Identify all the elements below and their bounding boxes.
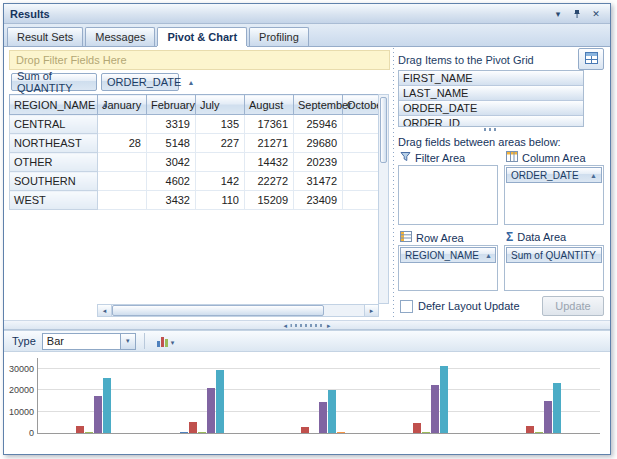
pivot-cell: 3042 xyxy=(147,153,196,172)
pin-icon[interactable] xyxy=(569,7,585,21)
bar-february-other xyxy=(301,427,309,433)
window-menu-icon[interactable]: ▾ xyxy=(550,7,566,21)
row-field-label: REGION_NAME xyxy=(14,99,95,111)
splitter-grip[interactable]: ◂ ▸ xyxy=(283,322,330,329)
pivot-cell: 3432 xyxy=(147,191,196,210)
pivot-cell xyxy=(343,134,380,153)
pivot-cell: 22272 xyxy=(245,172,294,191)
chart-type-select[interactable]: Bar ▾ xyxy=(42,333,136,350)
bar-july-southern xyxy=(422,432,430,433)
data-field-label: Sum of QUANTITY xyxy=(17,70,91,94)
pivot-cell xyxy=(343,191,380,210)
column-area-field-order-date[interactable]: ORDER_DATE ▲ xyxy=(506,167,602,183)
pivot-row-central: CENTRAL 3319 135 17361 25946 xyxy=(10,115,380,134)
pivot-cell xyxy=(196,153,245,172)
data-area-label: Data Area xyxy=(517,231,566,243)
pivot-cell: 25946 xyxy=(294,115,343,134)
pivot-column-header-february[interactable]: February xyxy=(147,95,196,115)
scroll-left-icon[interactable]: ◂ xyxy=(98,305,112,316)
y-tick-label: 10000 xyxy=(9,407,34,417)
row-area-icon xyxy=(400,231,412,244)
horizontal-splitter[interactable]: ◂ ▸ xyxy=(4,320,610,330)
field-list-resize-grip[interactable] xyxy=(398,128,584,131)
panel-titlebar[interactable]: Results ▾ ✕ xyxy=(4,4,610,24)
row-area-header: Row Area xyxy=(400,231,464,244)
gridline xyxy=(38,389,600,390)
bar-february-central xyxy=(76,426,84,433)
scroll-right-icon[interactable]: ▸ xyxy=(364,305,378,316)
pivot-cell: 14432 xyxy=(245,153,294,172)
chart-type-value: Bar xyxy=(43,334,120,349)
chevron-down-icon: ▾ xyxy=(171,338,175,347)
sort-asc-icon: ▲ xyxy=(187,79,194,86)
data-area-header: Σ Data Area xyxy=(506,231,566,243)
bar-july-west xyxy=(535,432,543,433)
filter-area-box[interactable] xyxy=(398,165,498,225)
vertical-scrollbar[interactable] xyxy=(378,94,389,304)
column-field-button[interactable]: ORDER_DATE ▲ xyxy=(101,73,179,91)
chart-toolbar: Type Bar ▾ ▾ xyxy=(4,330,610,352)
tab-pivot-chart[interactable]: Pivot & Chart xyxy=(157,27,247,46)
bar-september-southern xyxy=(440,366,448,433)
pivot-header-row: REGION_NAME▲ January February July Augus… xyxy=(10,95,380,115)
column-area-box[interactable]: ORDER_DATE ▲ xyxy=(504,165,604,225)
tab-profiling[interactable]: Profiling xyxy=(249,27,309,46)
chart-y-axis: 0100002000030000 xyxy=(8,358,37,434)
vertical-scrollbar-thumb[interactable] xyxy=(380,97,387,163)
row-area-box[interactable]: REGION_NAME ▲ xyxy=(398,245,498,291)
data-area-box[interactable]: Sum of QUANTITY xyxy=(504,245,604,291)
pivot-row-southern: SOUTHERN 4602 142 22272 31472 xyxy=(10,172,380,191)
close-icon[interactable]: ✕ xyxy=(588,7,604,21)
defer-layout-checkbox[interactable] xyxy=(400,300,413,313)
data-area-field-sum-of-quantity[interactable]: Sum of QUANTITY xyxy=(506,247,602,263)
pivot-row-header[interactable]: NORTHEAST xyxy=(10,134,98,153)
pivot-row-header[interactable]: WEST xyxy=(10,191,98,210)
field-item-first-name[interactable]: FIRST_NAME xyxy=(399,71,583,86)
pivot-cell xyxy=(343,153,380,172)
pivot-column-header-july[interactable]: July xyxy=(196,95,245,115)
field-item-order-date[interactable]: ORDER_DATE xyxy=(399,101,583,116)
pivot-row-header[interactable]: SOUTHERN xyxy=(10,172,98,191)
bar-august-west xyxy=(544,401,552,433)
data-field-button[interactable]: Sum of QUANTITY xyxy=(11,73,97,91)
pivot-cell: 5148 xyxy=(147,134,196,153)
pivot-cell: 142 xyxy=(196,172,245,191)
field-chooser-button[interactable] xyxy=(578,48,604,70)
row-area-field-region-name[interactable]: REGION_NAME ▲ xyxy=(400,247,496,263)
pivot-cell: 4602 xyxy=(147,172,196,191)
pivot-row-west: WEST 3432 110 15209 23409 xyxy=(10,191,380,210)
chevron-down-icon[interactable]: ▾ xyxy=(120,334,135,349)
drop-filter-area[interactable]: Drop Filter Fields Here xyxy=(9,50,390,70)
field-item-last-name[interactable]: LAST_NAME xyxy=(399,86,583,101)
panel-title: Results xyxy=(10,8,547,20)
bar-july-northeast xyxy=(198,432,206,433)
bar-january-northeast xyxy=(180,432,188,433)
pivot-column-header-august[interactable]: August xyxy=(245,95,294,115)
pivot-cell: 28 xyxy=(98,134,147,153)
pivot-cell: 21271 xyxy=(245,134,294,153)
field-list: FIRST_NAME LAST_NAME ORDER_DATE ORDER_ID xyxy=(398,70,584,127)
horizontal-scrollbar-thumb[interactable] xyxy=(112,305,324,316)
update-button[interactable]: Update xyxy=(542,296,604,316)
bar-september-northeast xyxy=(216,370,224,433)
row-field-header[interactable]: REGION_NAME▲ xyxy=(10,95,98,115)
chart-options-button[interactable]: ▾ xyxy=(153,334,179,349)
pivot-row-header[interactable]: OTHER xyxy=(10,153,98,172)
pivot-row-header[interactable]: CENTRAL xyxy=(10,115,98,134)
field-chooser-panel: Drag Items to the Pivot Grid FIRST_NAME … xyxy=(396,48,606,320)
areas-caption: Drag fields between areas below: xyxy=(398,136,561,148)
column-field-label: ORDER_DATE xyxy=(107,76,181,88)
gridline xyxy=(38,368,600,369)
tab-messages[interactable]: Messages xyxy=(85,27,155,46)
horizontal-scrollbar[interactable]: ◂ ▸ xyxy=(97,304,379,317)
pivot-column-header-january[interactable]: January xyxy=(98,95,147,115)
bar-august-central xyxy=(94,396,102,433)
tab-result-sets[interactable]: Result Sets xyxy=(7,27,83,46)
pivot-cell: 29680 xyxy=(294,134,343,153)
pivot-cell: 110 xyxy=(196,191,245,210)
pivot-row-other: OTHER 3042 14432 20239 xyxy=(10,153,380,172)
field-item-order-id[interactable]: ORDER_ID xyxy=(399,116,583,127)
pivot-column-header-september[interactable]: September xyxy=(294,95,343,115)
filter-area-header: Filter Area xyxy=(400,151,465,164)
pivot-column-header-october[interactable]: October xyxy=(343,95,380,115)
